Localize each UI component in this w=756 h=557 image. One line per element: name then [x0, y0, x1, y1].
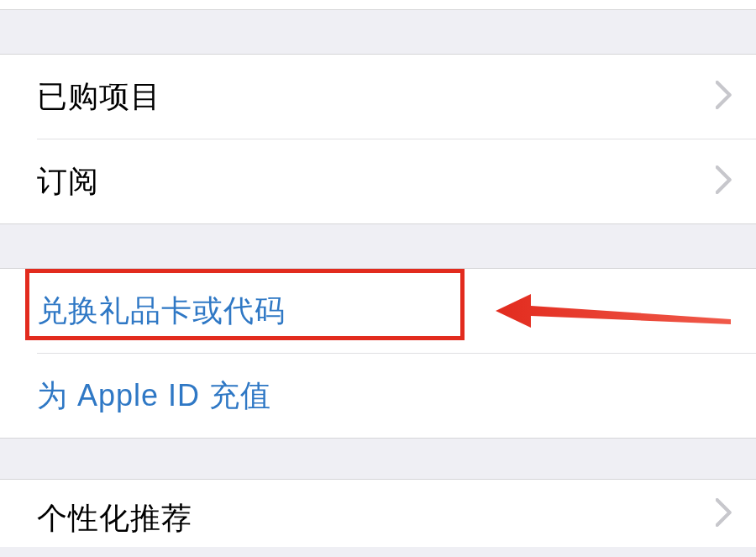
row-purchased-label: 已购项目	[37, 76, 161, 118]
section-gap	[0, 224, 756, 268]
row-personalized-label: 个性化推荐	[37, 498, 192, 539]
row-add-funds[interactable]: 为 Apple ID 充值	[0, 354, 756, 438]
group-redeem: 兑换礼品卡或代码 为 Apple ID 充值	[0, 268, 756, 439]
row-purchased[interactable]: 已购项目	[0, 55, 756, 139]
section-gap	[0, 10, 756, 54]
row-redeem-gift-card[interactable]: 兑换礼品卡或代码	[0, 269, 756, 353]
row-redeem-label: 兑换礼品卡或代码	[37, 291, 286, 332]
row-personalized-recommendations[interactable]: 个性化推荐	[0, 480, 756, 547]
row-subscriptions[interactable]: 订阅	[0, 139, 756, 223]
row-subscriptions-label: 订阅	[37, 161, 99, 202]
chevron-right-icon	[716, 498, 732, 530]
row-add-funds-label: 为 Apple ID 充值	[37, 376, 271, 417]
group-purchases: 已购项目 订阅	[0, 54, 756, 224]
chevron-right-icon	[716, 81, 732, 113]
partial-row-top	[0, 0, 756, 10]
group-personalized: 个性化推荐	[0, 479, 756, 547]
section-gap	[0, 439, 756, 479]
chevron-right-icon	[716, 166, 732, 197]
